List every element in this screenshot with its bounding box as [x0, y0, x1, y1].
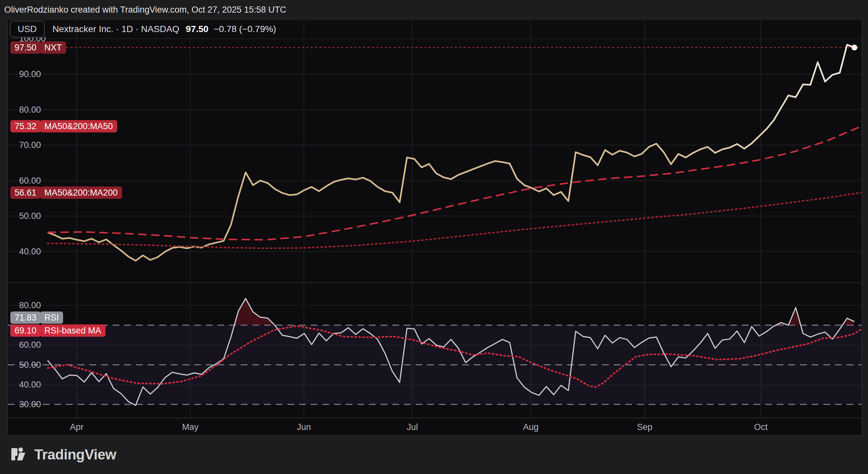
tradingview-snapshot: OliverRodzianko created with TradingView…: [0, 0, 868, 474]
attribution-bar: OliverRodzianko created with TradingView…: [0, 0, 868, 20]
scale-badge-value: 75.32: [10, 120, 41, 132]
time-axis[interactable]: AprMayJunJulAugSepOct: [8, 418, 862, 436]
month-label: Aug: [512, 418, 550, 436]
y-axis-tick: 60.00: [19, 176, 41, 185]
last-price-dot: [851, 45, 857, 51]
scale-badge-label: MA50&200:MA50: [40, 120, 117, 132]
y-axis-tick: 40.00: [19, 247, 41, 257]
month-label: Sep: [625, 418, 664, 436]
series-ma50-200-ma200: [48, 192, 862, 248]
y-axis-tick: 90.00: [19, 69, 41, 79]
scale-badge-label: NXT: [40, 41, 66, 54]
currency-button[interactable]: USD: [10, 21, 45, 37]
month-label: Apr: [57, 418, 96, 436]
month-label: Jun: [284, 418, 323, 436]
tradingview-mark-icon: [11, 445, 29, 464]
y-axis-tick: 80.00: [19, 105, 41, 115]
scale-badge-value: 97.50: [10, 41, 41, 54]
chart-widget: 100.0090.0080.0070.0060.0050.0040.0097.5…: [7, 20, 862, 436]
series-ma50-200-ma50: [48, 126, 862, 240]
price-change: −0.78 (−0.79%): [214, 24, 276, 34]
pane-divider[interactable]: [8, 282, 862, 283]
rsi-pane[interactable]: 80.0060.0050.0040.0030.0071.83RSI69.10RS…: [8, 283, 862, 418]
y-axis-tick: 60.00: [19, 340, 41, 350]
y-axis-tick: 70.00: [19, 140, 41, 150]
y-axis-tick: 30.00: [19, 399, 41, 409]
month-label: Jul: [393, 418, 432, 436]
y-axis-tick: 80.00: [19, 300, 41, 310]
scale-badge-label: RSI: [40, 312, 63, 324]
last-price: 97.50: [186, 24, 209, 34]
y-axis-tick: 50.00: [19, 360, 41, 370]
scale-badge-value: 56.61: [10, 186, 41, 199]
month-label: Oct: [741, 418, 780, 436]
tradingview-logo[interactable]: TradingView: [11, 445, 116, 464]
chart-header: USD Nextracker Inc. · 1D · NASDAQ 97.50 …: [10, 21, 276, 37]
price-pane[interactable]: 100.0090.0080.0070.0060.0050.0040.0097.5…: [8, 37, 862, 282]
scale-badge-label: RSI-based MA: [40, 324, 105, 337]
symbol-title[interactable]: Nextracker Inc. · 1D · NASDAQ: [53, 24, 179, 34]
tradingview-wordmark: TradingView: [34, 446, 116, 463]
y-axis-tick: 40.00: [19, 380, 41, 389]
series-nxt-close: [48, 45, 855, 261]
y-axis-tick: 50.00: [19, 211, 41, 221]
scale-badge-value: 71.83: [10, 312, 41, 324]
month-label: May: [171, 418, 210, 436]
scale-badge-label: MA50&200:MA200: [40, 186, 122, 199]
scale-badge-value: 69.10: [10, 324, 41, 337]
